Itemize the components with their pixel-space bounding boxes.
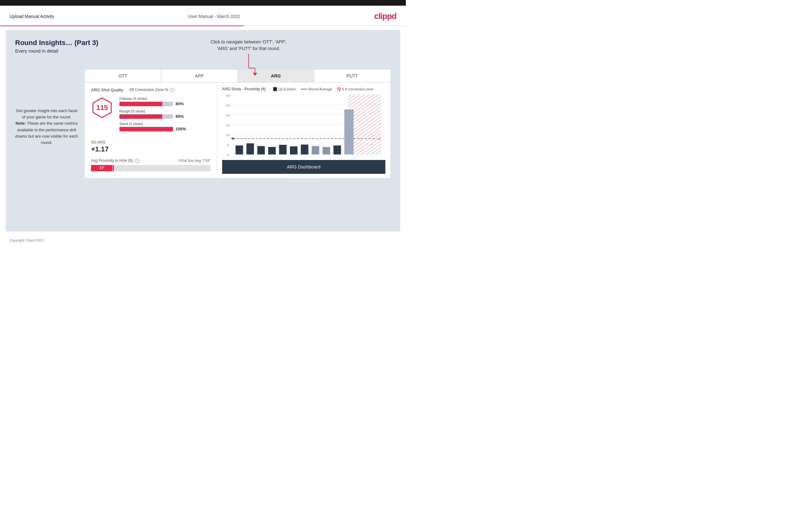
svg-rect-31 [323, 147, 330, 155]
bar-track-fairway: 80% [119, 101, 210, 106]
chart-title: ARG Shots - Proximity (ft) [222, 87, 266, 91]
chart-svg: 0 5 10 15 20 25 30 [222, 95, 385, 158]
svg-marker-3 [253, 73, 257, 76]
right-panel: ARG Shots - Proximity (ft) Up & Down Rou… [217, 82, 391, 178]
proximity-label: Avg Proximity to Hole (ft) ? [91, 158, 139, 163]
bar-row-fairway: Fairway (5 shots) 80% [119, 97, 210, 106]
svg-rect-34 [344, 110, 354, 155]
bar-row-sand: Sand (1 shots) 100% [119, 122, 210, 131]
legend-dashed-icon [301, 89, 307, 90]
nav-arrow-icon [239, 54, 258, 76]
left-panel: ARG Shot Quality 6ft Conversion Zone % ?… [85, 82, 217, 178]
svg-rect-30 [312, 146, 319, 155]
proximity-bar-label: 77' [99, 166, 104, 170]
bar-pct-sand: 100% [175, 127, 187, 131]
tab-ott[interactable]: OTT [85, 70, 161, 82]
proximity-pga: ↑ PGA Tour Avg: 7'10" [177, 159, 210, 163]
svg-rect-23 [236, 146, 243, 155]
main-content: Round Insights… (Part 3) Every round in … [6, 30, 400, 231]
bar-outer-rough [119, 114, 173, 119]
page-title: Round Insights… (Part 3) [15, 39, 391, 47]
sg-section: SG ARG +1.17 [91, 140, 210, 153]
legend-hatched-icon [337, 87, 341, 91]
dashboard-panel: OTT APP ARG PUTT ARG Shot Quality 6ft Co… [85, 69, 391, 178]
proximity-bar-fill: 77' [91, 165, 112, 171]
svg-text:10: 10 [226, 134, 230, 137]
bar-outer-sand [119, 127, 173, 131]
bar-fill-sand [119, 127, 173, 131]
header: Upload Manual Activity User Manual - Mar… [0, 6, 406, 25]
svg-rect-29 [301, 145, 308, 154]
legend-up-down-label: Up & Down [278, 87, 296, 91]
copyright-text: Copyright Clippd 2021 [9, 238, 44, 242]
svg-rect-25 [257, 146, 265, 155]
svg-rect-27 [279, 145, 287, 154]
svg-rect-26 [268, 147, 276, 155]
svg-text:20: 20 [226, 114, 230, 117]
clippd-logo: clippd [374, 11, 396, 21]
chart-header: ARG Shots - Proximity (ft) Up & Down Rou… [222, 87, 385, 91]
page-subtitle: Every round in detail [15, 48, 391, 54]
hex-container: 115 Fairway (5 shots) 80% [91, 97, 210, 134]
description-text: Get greater insight into each facet of y… [16, 108, 77, 119]
bar-row-rough: Rough (5 shots) 80% [119, 109, 210, 119]
proximity-cursor [113, 165, 114, 171]
document-title: User Manual - March 2022 [188, 14, 241, 19]
top-bar [0, 0, 406, 6]
shot-quality-label: ARG Shot Quality [91, 88, 123, 92]
nav-hint-text: Click to navigate between 'OTT', 'APP','… [210, 39, 287, 51]
svg-text:0: 0 [227, 154, 229, 157]
proximity-section: Avg Proximity to Hole (ft) ? ↑ PGA Tour … [91, 158, 210, 171]
panel-body: ARG Shot Quality 6ft Conversion Zone % ?… [85, 82, 391, 178]
svg-text:15: 15 [226, 124, 230, 127]
legend-square-icon [273, 87, 277, 91]
legend-6ft: 6 ft conversion zone [337, 87, 373, 91]
proximity-header: Avg Proximity to Hole (ft) ? ↑ PGA Tour … [91, 158, 210, 163]
svg-text:25: 25 [226, 104, 230, 107]
arg-dashboard-button[interactable]: ARG Dashboard [222, 160, 385, 174]
header-divider [0, 25, 406, 26]
legend-round-avg-label: Round Average [308, 87, 333, 91]
bar-label-fairway: Fairway (5 shots) [119, 97, 210, 101]
tab-putt[interactable]: PUTT [314, 70, 391, 82]
proximity-bar-outer: 77' [91, 165, 210, 171]
svg-rect-24 [246, 143, 254, 154]
bar-track-rough: 80% [119, 114, 210, 119]
svg-marker-19 [231, 137, 235, 140]
bar-fill-fairway [119, 102, 162, 106]
bar-fill-rough [119, 114, 162, 119]
shot-quality-bars: Fairway (5 shots) 80% Rough (5 shots) [119, 97, 210, 134]
legend-up-down: Up & Down [273, 87, 296, 91]
nav-hint: Click to navigate between 'OTT', 'APP','… [210, 39, 287, 76]
bar-label-sand: Sand (1 shots) [119, 122, 210, 126]
upload-manual-label: Upload Manual Activity [9, 14, 54, 19]
legend-round-avg: Round Average [301, 87, 333, 91]
panel-header-row: ARG Shot Quality 6ft Conversion Zone % ? [91, 88, 210, 92]
hexagon-badge: 115 [91, 97, 113, 119]
proximity-question-icon[interactable]: ? [135, 159, 139, 163]
bar-track-sand: 100% [119, 127, 210, 131]
sg-label: SG ARG [91, 140, 210, 145]
conversion-label: 6ft Conversion Zone % ? [130, 88, 174, 92]
svg-rect-32 [334, 146, 341, 155]
bar-outer-fairway [119, 102, 173, 106]
hexagon-number: 115 [96, 104, 108, 112]
question-icon[interactable]: ? [170, 88, 174, 92]
footer: Copyright Clippd 2021 [0, 235, 406, 245]
legend-6ft-label: 6 ft conversion zone [342, 87, 373, 91]
chart-area: 0 5 10 15 20 25 30 [222, 95, 385, 158]
bar-label-rough: Rough (5 shots) [119, 109, 210, 113]
note-label: Note: [15, 121, 26, 126]
svg-text:30: 30 [226, 95, 230, 97]
sg-value: +1.17 [91, 145, 210, 153]
svg-text:5: 5 [227, 144, 229, 147]
bar-pct-rough: 80% [175, 114, 187, 119]
left-description: Get greater insight into each facet of y… [15, 108, 78, 146]
svg-rect-28 [290, 147, 297, 155]
bar-pct-fairway: 80% [175, 101, 187, 106]
